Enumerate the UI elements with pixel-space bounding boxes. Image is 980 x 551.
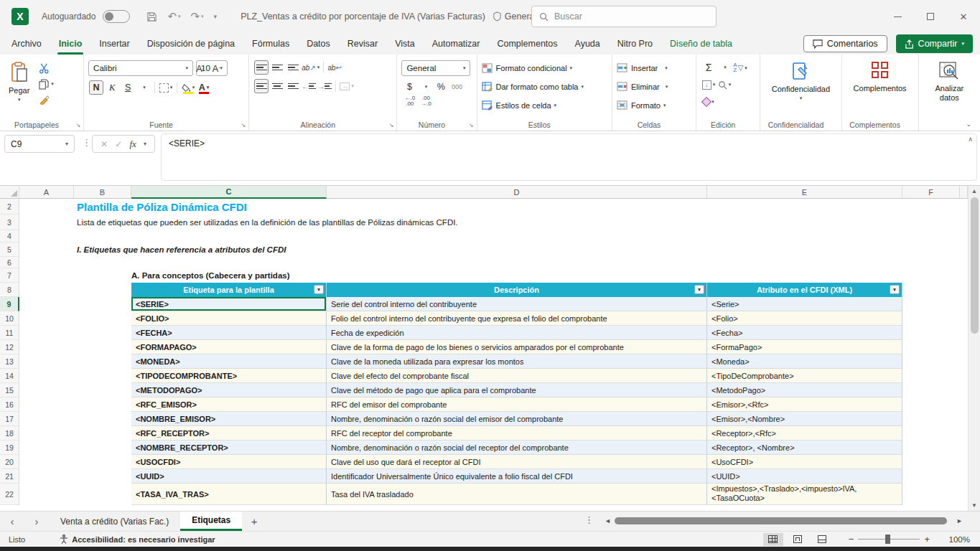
restore-button[interactable] [914,0,947,33]
cell-attr[interactable]: <TipoDeComprobante> [707,369,902,383]
align-right-button[interactable] [286,79,300,93]
increase-font-button[interactable]: A^ [193,62,207,76]
delete-cells-button[interactable]: Eliminar▾ [617,79,691,94]
cell-tag[interactable]: <NOMBRE_RECEPTOR> [131,441,327,455]
decrease-indent-button[interactable]: ← [302,79,316,93]
row-header-15[interactable]: 15 [0,383,19,397]
row-header-7[interactable]: 7 [0,268,19,283]
orientation-button[interactable]: ab↗▾ [302,60,319,75]
insert-function-icon[interactable]: fx [129,138,136,150]
merge-center-button[interactable]: ↔▾ [340,79,354,93]
ribbon-tab-f-rmulas[interactable]: Fórmulas [243,33,298,55]
row-header-19[interactable]: 19 [0,441,19,455]
minimize-button[interactable] [881,0,914,33]
cell-desc[interactable]: Nombre, denominación o razón social del … [327,412,707,426]
decrease-font-button[interactable]: Aˇ [209,62,223,76]
copy-button[interactable]: ▾ [37,76,56,92]
row-header-21[interactable]: 21 [0,469,19,484]
autosum-button[interactable]: Σ [701,60,716,75]
cell-attr[interactable]: <Emisor>,<Rfc> [707,397,902,412]
ribbon-tab-inicio[interactable]: Inicio [50,33,91,55]
percent-format-button[interactable]: % [434,80,448,94]
table-header-cell[interactable]: Descripción▼ [327,283,707,297]
sheet-prev-arrow[interactable]: ‹ [0,512,24,531]
row-header-6[interactable]: 6 [0,257,19,268]
cell-tag[interactable]: <RFC_EMISOR> [131,397,327,412]
autosum-chevron[interactable]: ▾ [717,60,732,75]
conditional-formatting-button[interactable]: Formato condicional▾ [482,60,607,75]
cell-tag[interactable]: <TIPODECOMPROBANTE> [131,369,327,383]
font-name-combo[interactable]: Calibri▾ [88,60,193,76]
row-header-22[interactable]: 22 [0,484,19,505]
autosave-toggle[interactable] [103,10,130,23]
cell-desc[interactable]: Clave del uso que dará el receptor al CF… [327,455,707,469]
cell-desc[interactable]: RFC del receptor del comprobante [327,426,707,441]
confirm-entry-icon[interactable]: ✓ [115,139,122,149]
cell-tag[interactable]: <TASA_IVA_TRAS> [131,484,327,505]
excel-logo-icon[interactable]: X [11,8,29,25]
cell-tag[interactable]: <FECHA> [131,326,327,340]
select-all-corner[interactable] [0,186,19,199]
fill-color-button[interactable]: ▾ [181,80,195,95]
italic-button[interactable]: K [105,80,119,95]
row-header-12[interactable]: 12 [0,340,19,354]
cell-tag[interactable]: <FOLIO> [131,311,327,326]
ribbon-tab-dise-o-de-tabla[interactable]: Diseño de tabla [661,33,741,55]
cell-desc[interactable]: Clave del efecto del comprobante fiscal [327,369,707,383]
page-break-view-button[interactable] [812,533,832,546]
cell-desc[interactable]: Nombre, denominación o razón social del … [327,441,707,455]
sheet-tab-etiquetas[interactable]: Etiquetas [180,512,242,531]
row-header-20[interactable]: 20 [0,455,19,469]
align-left-button[interactable] [254,79,269,93]
ribbon-tab-ayuda[interactable]: Ayuda [566,33,609,55]
zoom-slider[interactable] [858,539,920,540]
comma-format-button[interactable]: 000 [449,80,464,94]
borders-button[interactable]: ▾ [159,80,173,95]
formula-input[interactable]: <SERIE> [161,133,977,181]
cell-tag[interactable]: <FORMAPAGO> [131,340,327,354]
ribbon-tab-automatizar[interactable]: Automatizar [424,33,489,55]
collapse-formula-bar-chevron[interactable]: ∧ [968,136,973,143]
cell-tag[interactable]: <USOCFDI> [131,455,327,469]
column-header-F[interactable]: F [902,186,960,199]
column-header-D[interactable]: D [327,186,707,199]
column-header-B[interactable]: B [74,186,131,199]
sheet-title-cell[interactable]: Plantilla de Póliza Dinámica CFDI [77,199,247,215]
align-center-button[interactable] [270,79,284,93]
increase-decimal-button[interactable]: ←.0.00 [404,95,415,107]
wrap-text-button[interactable]: ab↩ [327,60,342,75]
underline-options-chevron[interactable]: ▾ [136,80,151,95]
sheet-tab-venta-a-cr-dito-varias-fac-[interactable]: Venta a crédito (Varias Fac.) [49,512,180,531]
column-header-A[interactable]: A [19,186,74,199]
underline-button[interactable]: S [121,80,135,95]
clipboard-dialog-launcher[interactable]: ↘ [75,122,80,128]
filter-dropdown-icon[interactable]: ▼ [314,285,324,294]
sensitivity-button[interactable]: Confidencialidad ▾ [767,60,834,118]
row-header-3[interactable]: 3 [0,215,19,230]
row-header-9[interactable]: 9 [0,297,19,311]
cell-attr[interactable]: <Receptor>,<Rfc> [707,426,902,441]
cut-button[interactable] [37,60,56,76]
redo-icon[interactable]: ↷▾ [191,10,204,23]
search-input[interactable]: Buscar [531,6,717,27]
cell-attr[interactable]: <Impuestos>,<Traslado>,<impuesto>IVA, <T… [707,484,902,505]
addins-button[interactable]: Complementos [849,60,911,118]
formula-bar-splitter[interactable]: ⋮ [82,137,91,148]
cell-desc[interactable]: Clave de la forma de pago de los bienes … [327,340,707,354]
fx-chevron[interactable]: ▾ [144,141,146,147]
cancel-entry-icon[interactable]: ✕ [101,139,108,149]
section-heading-cell[interactable]: I. Etiquetas que hacen referencia a atri… [77,242,286,257]
cell-desc[interactable]: Fecha de expedición [327,326,707,340]
ribbon-tab-nitro-pro[interactable]: Nitro Pro [609,33,661,55]
ribbon-tab-datos[interactable]: Datos [298,33,339,55]
font-color-button[interactable]: A▾ [197,80,211,95]
vertical-scroll-thumb[interactable] [971,197,979,334]
zoom-in-button[interactable]: + [924,534,930,545]
row-header-4[interactable]: 4 [0,230,19,242]
undo-icon[interactable]: ↶▾ [167,10,180,23]
format-painter-button[interactable] [37,92,56,108]
currency-format-button[interactable]: $ [402,80,416,94]
zoom-slider-thumb[interactable] [885,534,890,544]
sheetbar-splitter[interactable]: ⋮ [584,514,594,525]
cell-tag[interactable]: <SERIE> [131,297,327,311]
